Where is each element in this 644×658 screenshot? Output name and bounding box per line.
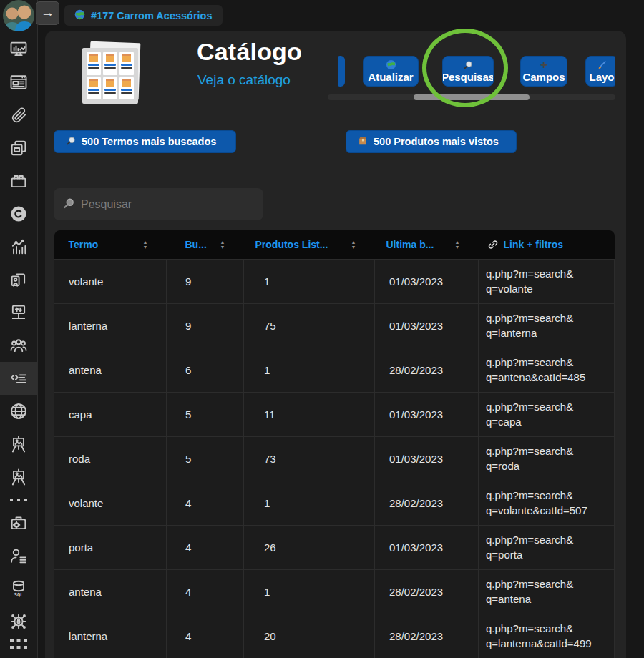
sort-toggle-icon[interactable]: ▲▼ (220, 240, 225, 250)
pesquisas-button[interactable]: Pesquisas (442, 56, 494, 87)
person-list-icon (9, 546, 29, 566)
sort-toggle-icon[interactable]: ▲▼ (143, 240, 148, 250)
cell-link: q.php?m=search& q=volante (479, 260, 615, 304)
table-row[interactable]: lanterna97501/03/2023q.php?m=search& q=l… (54, 304, 615, 348)
cell-termo: volante (54, 260, 167, 304)
table-row[interactable]: capa51101/03/2023q.php?m=search& q=capa (54, 393, 615, 437)
cell-link: q.php?m=search& q=roda (479, 437, 615, 481)
table-row[interactable]: antena4128/02/2023q.php?m=search& q=ante… (54, 570, 615, 614)
sidebar-item-attachments[interactable] (0, 99, 37, 132)
table-row[interactable]: lanterna42028/02/2023q.php?m=search& q=l… (54, 614, 615, 658)
globe-wire-icon (9, 401, 29, 421)
brush-icon (597, 59, 607, 70)
plus-icon: + (540, 59, 547, 70)
termos-mais-buscados-button[interactable]: 500 Termos mais buscados (54, 130, 236, 153)
toolbar-scrollbar-track[interactable] (328, 94, 615, 100)
cell-termo: antena (54, 570, 167, 614)
forward-arrow-button[interactable]: → (36, 1, 59, 25)
sidebar-item-gallery-2[interactable] (0, 461, 37, 494)
produtos-mais-vistos-button[interactable]: 500 Produtos mais vistos (346, 130, 517, 153)
cell-buscas: 5 (167, 393, 244, 437)
cell-termo: porta (54, 526, 167, 570)
sidebar: SQL (0, 0, 38, 658)
cell-link: q.php?m=search& q=capa (479, 393, 615, 437)
column-header-linkfiltros[interactable]: Link + filtros (479, 230, 615, 260)
cell-termo: volante (54, 481, 167, 526)
cell-ultima: 28/02/2023 (375, 614, 479, 658)
copyright-icon (9, 204, 29, 224)
search-field-wrap (54, 188, 263, 220)
cell-buscas: 9 (167, 304, 244, 348)
sidebar-item-security[interactable] (0, 605, 37, 638)
cell-link: q.php?m=search& q=antena&catId=485 (479, 348, 615, 393)
sidebar-item-copyright[interactable] (0, 197, 37, 230)
cell-termo: lanterna (54, 614, 167, 658)
sidebar-item-more-apps[interactable] (0, 638, 37, 651)
cell-produtos: 11 (244, 393, 375, 437)
sidebar-item-separator[interactable] (0, 494, 37, 506)
sidebar-item-dashboard[interactable] (0, 33, 37, 66)
sidebar-item-tags[interactable] (0, 263, 37, 296)
cell-link: q.php?m=search& q=antena (479, 570, 615, 614)
layout-label: Layo (589, 71, 614, 83)
clipped-toolbar-button[interactable] (338, 56, 345, 87)
table-row[interactable]: volante9101/03/2023q.php?m=search& q=vol… (54, 260, 615, 304)
sidebar-item-analytics[interactable] (0, 230, 37, 263)
search-input[interactable] (54, 188, 263, 220)
table-row[interactable]: antena6128/02/2023q.php?m=search& q=ante… (54, 348, 615, 393)
sidebar-item-account[interactable] (0, 539, 37, 572)
sort-toggle-icon[interactable]: ▲▼ (455, 240, 460, 250)
sort-toggle-icon[interactable]: ▲▼ (351, 240, 356, 250)
table-header: Termo▲▼Bu...▲▼Produtos List...▲▼Ultima b… (54, 230, 615, 260)
table-row[interactable]: roda57301/03/2023q.php?m=search& q=roda (54, 437, 615, 481)
browser-window-icon (9, 72, 29, 92)
tags-icon (9, 270, 29, 290)
sidebar-item-catalog-code[interactable] (0, 362, 37, 395)
table-row[interactable]: porta42601/03/2023q.php?m=search& q=port… (54, 526, 615, 570)
sidebar-item-users[interactable] (0, 329, 37, 362)
cell-buscas: 9 (167, 260, 244, 304)
column-header-bu[interactable]: Bu...▲▼ (167, 230, 244, 260)
dots-row-icon (9, 497, 29, 503)
cell-produtos: 26 (244, 526, 375, 570)
paperclip-icon (9, 106, 28, 124)
cell-produtos: 20 (244, 614, 375, 658)
pesquisas-label: Pesquisas (442, 71, 494, 83)
cell-ultima: 01/03/2023 (375, 260, 479, 304)
magnifier-icon (463, 59, 473, 70)
sidebar-item-sql[interactable]: SQL (0, 572, 37, 605)
sidebar-item-windows[interactable] (0, 132, 37, 164)
catalog-icon (82, 42, 142, 105)
atualizar-label: Atualizar (368, 71, 413, 83)
atualizar-button[interactable]: Atualizar (363, 56, 419, 87)
cell-ultima: 28/02/2023 (375, 570, 479, 614)
globe-icon (74, 9, 85, 22)
site-tab[interactable]: #177 Carrom Acessórios (64, 5, 223, 26)
column-label: Ultima b... (386, 239, 434, 250)
sidebar-item-web[interactable] (0, 395, 37, 428)
column-header-termo[interactable]: Termo▲▼ (54, 230, 167, 260)
sidebar-item-folder-network[interactable] (0, 296, 37, 329)
toolbar-scrollbar-thumb[interactable] (414, 94, 530, 100)
produtos-label: 500 Produtos mais vistos (374, 136, 499, 147)
sidebar-item-brick[interactable] (0, 164, 37, 197)
column-header-ultimab[interactable]: Ultima b...▲▼ (375, 230, 479, 260)
user-avatar[interactable] (2, 0, 35, 31)
layout-button[interactable]: Layo (585, 56, 615, 87)
folder-network-icon (9, 303, 29, 323)
cell-link: q.php?m=search& q=lanterna&catId=499 (479, 614, 615, 658)
brick-icon (9, 171, 29, 191)
table-row[interactable]: volante4128/02/2023q.php?m=search& q=vol… (54, 481, 615, 526)
column-label: Produtos List... (255, 239, 328, 250)
cell-buscas: 6 (167, 348, 244, 393)
column-header-produtoslist[interactable]: Produtos List...▲▼ (244, 230, 375, 260)
magnifier-icon (66, 136, 76, 148)
campos-button[interactable]: + Campos (520, 56, 567, 87)
column-label: Bu... (185, 239, 207, 250)
sidebar-item-gallery-1[interactable] (0, 428, 37, 461)
sidebar-item-toolbox[interactable] (0, 506, 37, 539)
cell-buscas: 4 (167, 526, 244, 570)
sidebar-item-browser[interactable] (0, 66, 37, 99)
cell-produtos: 1 (244, 481, 375, 526)
package-icon (358, 136, 368, 148)
